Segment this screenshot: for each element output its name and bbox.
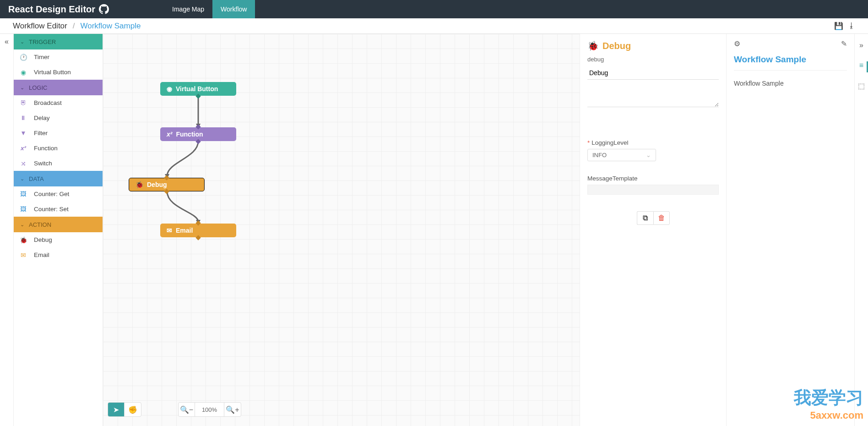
bug-icon: 🐞 xyxy=(19,236,27,244)
nav-workflow[interactable]: Workflow xyxy=(212,0,255,18)
expand-icon[interactable]: » xyxy=(855,38,868,52)
chevron-down-icon: ⌄ xyxy=(20,222,24,228)
delete-button[interactable]: 🗑 xyxy=(653,211,670,225)
breadcrumb-actions: 💾 ⭳ xyxy=(834,22,855,30)
port-out[interactable] xyxy=(195,235,201,240)
download-icon[interactable]: ⭳ xyxy=(848,22,855,30)
item-timer[interactable]: 🕐Timer xyxy=(14,49,103,65)
breadcrumb-root[interactable]: Workflow Editor xyxy=(13,22,67,31)
item-counter-set-label: Counter: Set xyxy=(34,206,69,213)
node-description-input[interactable] xyxy=(587,80,719,107)
node-name-input[interactable] xyxy=(587,66,719,80)
chevron-down-icon: ⌄ xyxy=(20,176,24,182)
dot-circle-icon: ◉ xyxy=(167,85,172,93)
chevron-down-icon: ⌄ xyxy=(646,152,651,158)
port-in[interactable] xyxy=(195,124,201,129)
node-function-label: Function xyxy=(176,131,203,138)
topbar: React Design Editor Image Map Workflow xyxy=(0,0,868,18)
function-icon: x² xyxy=(167,131,172,138)
image-icon: 🖼 xyxy=(19,206,27,213)
item-counter-get[interactable]: 🖼Counter: Get xyxy=(14,186,103,202)
item-filter-label: Filter xyxy=(34,130,48,137)
item-counter-set[interactable]: 🖼Counter: Set xyxy=(14,202,103,217)
save-icon[interactable]: 💾 xyxy=(834,22,843,30)
node-virtual-button-label: Virtual Button xyxy=(176,85,218,93)
node-email-label: Email xyxy=(176,227,193,234)
breadcrumb-sep: / xyxy=(73,22,75,31)
envelope-icon: ✉ xyxy=(19,251,27,259)
message-template-editor[interactable] xyxy=(587,185,719,195)
port-out[interactable] xyxy=(195,139,201,144)
outline-panel: ⚙ ✎ Workflow Sample Workflow Sample xyxy=(726,34,854,426)
rail-tab-workflow[interactable]: ≡ xyxy=(855,59,868,72)
group-action[interactable]: ⌄ACTION xyxy=(14,217,103,232)
github-icon[interactable] xyxy=(99,4,109,14)
sitemap-icon: ⛨ xyxy=(19,99,27,106)
port-in[interactable] xyxy=(164,175,169,180)
inspector-subtype: debug xyxy=(587,56,719,63)
zoom-out-button[interactable]: 🔍− xyxy=(179,403,195,416)
item-switch[interactable]: ⤨Switch xyxy=(14,156,103,171)
cursor-mode-group: ➤ ✊ xyxy=(108,402,141,417)
zoom-in-button[interactable]: 🔍+ xyxy=(224,403,241,416)
node-debug[interactable]: 🐞Debug xyxy=(129,178,205,191)
port-out[interactable] xyxy=(164,189,169,194)
logging-level-label: *LoggingLevel xyxy=(587,139,719,146)
brand-text: React Design Editor xyxy=(8,4,95,15)
pause-icon: ⏸ xyxy=(19,115,27,121)
outline-item[interactable]: Workflow Sample xyxy=(734,77,847,90)
group-trigger[interactable]: ⌄TRIGGER xyxy=(14,34,103,49)
group-data[interactable]: ⌄DATA xyxy=(14,171,103,186)
item-function[interactable]: x²Function xyxy=(14,141,103,156)
item-switch-label: Switch xyxy=(34,160,52,167)
pan-tool[interactable]: ✊ xyxy=(125,403,141,416)
item-virtual-button[interactable]: ◉Virtual Button xyxy=(14,65,103,80)
item-counter-get-label: Counter: Get xyxy=(34,191,69,197)
node-email[interactable]: ✉Email xyxy=(160,224,236,237)
sidebar-collapse[interactable]: « xyxy=(0,34,14,426)
bug-icon: 🐞 xyxy=(136,181,143,188)
zoom-level: 100% xyxy=(195,403,224,416)
filter-icon: ▼ xyxy=(19,130,27,137)
random-icon: ⤨ xyxy=(19,160,27,167)
clone-button[interactable]: ⧉ xyxy=(637,211,653,225)
edit-icon[interactable]: ✎ xyxy=(841,39,847,48)
item-function-label: Function xyxy=(34,145,58,152)
group-action-label: ACTION xyxy=(29,221,51,228)
inspector: 🐞Debug debug *LoggingLevel INFO⌄ Message… xyxy=(580,34,726,426)
rail-tab-nodes[interactable]: ⬚ xyxy=(855,79,868,93)
group-logic[interactable]: ⌄LOGIC xyxy=(14,80,103,95)
group-logic-label: LOGIC xyxy=(29,84,47,91)
chevron-down-icon: ⌄ xyxy=(20,39,24,45)
image-icon: 🖼 xyxy=(19,191,27,197)
nav-imagemap[interactable]: Image Map xyxy=(164,0,212,18)
item-delay-label: Delay xyxy=(34,115,50,121)
node-debug-label: Debug xyxy=(147,181,167,188)
bug-icon: 🐞 xyxy=(587,40,599,51)
node-virtual-button[interactable]: ◉Virtual Button xyxy=(160,82,236,96)
topnav: Image Map Workflow xyxy=(164,0,255,18)
item-delay[interactable]: ⏸Delay xyxy=(14,110,103,126)
envelope-icon: ✉ xyxy=(167,227,172,234)
item-filter[interactable]: ▼Filter xyxy=(14,126,103,141)
group-data-label: DATA xyxy=(29,175,44,182)
item-virtual-button-label: Virtual Button xyxy=(34,69,71,76)
port-in[interactable] xyxy=(195,220,201,225)
item-email[interactable]: ✉Email xyxy=(14,247,103,262)
outline-title: Workflow Sample xyxy=(734,55,847,71)
sidebar: ⌄TRIGGER 🕐Timer ◉Virtual Button ⌄LOGIC ⛨… xyxy=(14,34,103,426)
canvas[interactable]: ◉Virtual Button x²Function 🐞Debug ✉Email… xyxy=(103,34,580,426)
port-out[interactable] xyxy=(195,93,201,98)
function-icon: x² xyxy=(19,145,27,152)
node-function[interactable]: x²Function xyxy=(160,127,236,141)
item-broadcast[interactable]: ⛨Broadcast xyxy=(14,95,103,110)
item-email-label: Email xyxy=(34,251,49,258)
gear-icon[interactable]: ⚙ xyxy=(734,39,740,48)
select-tool[interactable]: ➤ xyxy=(108,403,125,416)
item-debug[interactable]: 🐞Debug xyxy=(14,232,103,247)
clock-icon: 🕐 xyxy=(19,54,27,61)
right-rail: » ≡ ⬚ xyxy=(854,34,868,426)
item-timer-label: Timer xyxy=(34,54,49,60)
message-template-label: MessageTemplate xyxy=(587,175,719,182)
logging-level-select[interactable]: INFO⌄ xyxy=(587,149,656,161)
